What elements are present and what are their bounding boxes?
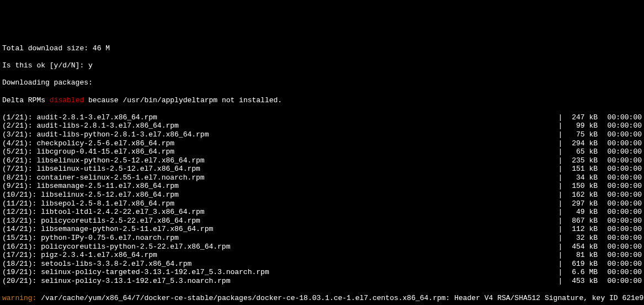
warning-prefix: warning: (2, 294, 36, 302)
package-row: (16/21): policycoreutils-python-2.5-22.e… (2, 243, 642, 251)
package-row: (18/21): setools-libs-3.3.8-2.el7.x86_64… (2, 260, 642, 269)
package-row: (14/21): libsemanage-python-2.5-11.el7.x… (2, 225, 642, 234)
total-download-size: Total download size: 46 M (2, 44, 642, 53)
downloading-label: Downloading packages: (2, 78, 642, 87)
package-row: (5/21): libcgroup-0.41-15.el7.x86_64.rpm… (2, 148, 642, 156)
package-row: (20/21): selinux-policy-3.13.1-192.el7_5… (2, 277, 642, 286)
package-row: (9/21): libsemanage-2.5-11.el7.x86_64.rp… (2, 182, 642, 191)
package-row: (1/21): audit-2.8.1-3.el7.x86_64.rpm| 24… (2, 113, 642, 122)
delta-rpm-line: Delta RPMs disabled because /usr/bin/app… (2, 96, 642, 105)
package-row: (12/21): libtool-ltdl-2.4.2-22.el7_3.x86… (2, 208, 642, 217)
package-list: (1/21): audit-2.8.1-3.el7.x86_64.rpm| 24… (2, 113, 642, 286)
package-row: (10/21): libselinux-2.5-12.el7.x86_64.rp… (2, 191, 642, 199)
disabled-text: disabled (50, 96, 84, 104)
package-row: (11/21): libsepol-2.5-8.1.el7.x86_64.rpm… (2, 199, 642, 208)
package-row: (19/21): selinux-policy-targeted-3.13.1-… (2, 268, 642, 277)
confirm-prompt-1: Is this ok [y/d/N]: y (2, 61, 642, 70)
package-row: (2/21): audit-libs-2.8.1-3.el7.x86_64.rp… (2, 122, 642, 130)
terminal-output: Total download size: 46 M Is this ok [y/… (2, 35, 642, 305)
package-row: (8/21): container-selinux-2.55-1.el7.noa… (2, 173, 642, 182)
warning-line: warning: /var/cache/yum/x86_64/7/docker-… (2, 294, 642, 303)
package-row: (17/21): pigz-2.3.4-1.el7.x86_64.rpm| 81… (2, 251, 642, 260)
package-row: (7/21): libselinux-utils-2.5-12.el7.x86_… (2, 165, 642, 173)
package-row: (4/21): checkpolicy-2.5-6.el7.x86_64.rpm… (2, 139, 642, 148)
package-row: (6/21): libselinux-python-2.5-12.el7.x86… (2, 156, 642, 165)
package-row: (13/21): policycoreutils-2.5-22.el7.x86_… (2, 217, 642, 225)
package-row: (3/21): audit-libs-python-2.8.1-3.el7.x8… (2, 130, 642, 139)
package-row: (15/21): python-IPy-0.75-6.el7.noarch.rp… (2, 234, 642, 243)
